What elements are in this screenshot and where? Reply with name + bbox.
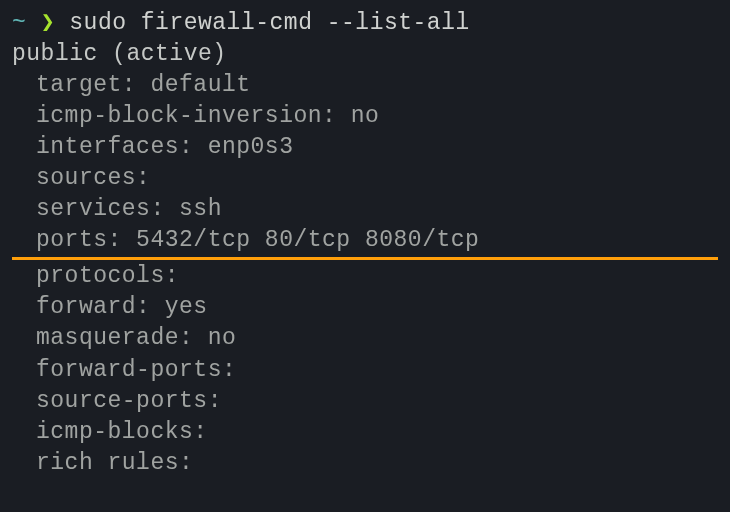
output-field-interfaces: interfaces: enp0s3 xyxy=(12,132,718,163)
output-zone: public (active) xyxy=(12,39,718,70)
output-field-icmp-block-inversion: icmp-block-inversion: no xyxy=(12,101,718,132)
output-field-source-ports: source-ports: xyxy=(12,386,718,417)
output-field-ports: ports: 5432/tcp 80/tcp 8080/tcp xyxy=(12,225,718,256)
output-field-services: services: ssh xyxy=(12,194,718,225)
terminal-prompt-line[interactable]: ~ ❯ sudo firewall-cmd --list-all xyxy=(12,8,718,39)
command-text: sudo firewall-cmd --list-all xyxy=(69,10,469,36)
prompt-chevron-icon: ❯ xyxy=(41,10,55,36)
prompt-cwd: ~ xyxy=(12,10,26,36)
output-field-sources: sources: xyxy=(12,163,718,194)
highlight-underline xyxy=(12,257,718,260)
output-field-protocols: protocols: xyxy=(12,261,718,292)
output-field-masquerade: masquerade: no xyxy=(12,323,718,354)
output-field-forward: forward: yes xyxy=(12,292,718,323)
output-field-forward-ports: forward-ports: xyxy=(12,355,718,386)
output-field-icmp-blocks: icmp-blocks: xyxy=(12,417,718,448)
output-field-target: target: default xyxy=(12,70,718,101)
output-field-rich-rules: rich rules: xyxy=(12,448,718,479)
